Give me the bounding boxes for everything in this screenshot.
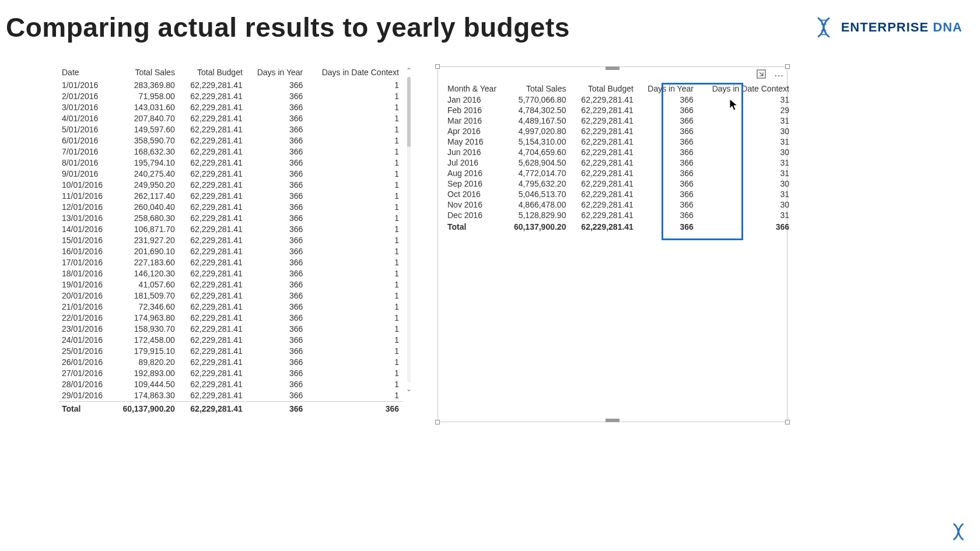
table-cell[interactable]: 5,128,829.90 <box>502 210 569 220</box>
table-cell[interactable]: 22/01/2016 <box>58 313 111 324</box>
column-header[interactable]: Date <box>58 66 111 79</box>
drag-handle[interactable] <box>606 419 620 422</box>
table-cell[interactable]: 62,229,281.41 <box>178 346 246 357</box>
table-cell[interactable]: 62,229,281.41 <box>178 124 246 135</box>
monthly-table[interactable]: Month & YearTotal SalesTotal BudgetDays … <box>444 83 793 232</box>
table-row[interactable]: Mar 20164,489,167.5062,229,281.4136631 <box>444 115 793 126</box>
table-cell[interactable]: 12/01/2016 <box>58 202 111 213</box>
table-cell[interactable]: 366 <box>637 168 697 178</box>
table-row[interactable]: 16/01/2016201,690.1062,229,281.413661 <box>58 246 402 257</box>
table-row[interactable]: 25/01/2016179,915.1062,229,281.413661 <box>58 346 402 357</box>
table-cell[interactable]: 4,784,302.50 <box>502 105 569 115</box>
table-cell[interactable]: 1 <box>306 102 402 113</box>
table-cell[interactable]: 62,229,281.41 <box>178 246 246 257</box>
table-cell[interactable]: 1 <box>306 169 402 180</box>
table-row[interactable]: 21/01/201672,346.6062,229,281.413661 <box>58 301 402 313</box>
table-cell[interactable]: Sep 2016 <box>444 178 502 189</box>
table-cell[interactable]: 366 <box>637 115 697 126</box>
table-row[interactable]: Nov 20164,866,478.0062,229,281.4136630 <box>444 199 793 210</box>
table-cell[interactable]: 366 <box>246 235 306 246</box>
table-row[interactable]: Jun 20164,704,659.6062,229,281.4136630 <box>444 147 793 157</box>
table-cell[interactable]: 5,154,310.00 <box>502 136 569 147</box>
table-cell[interactable]: 260,040.40 <box>111 202 178 213</box>
table-cell[interactable]: 366 <box>637 105 697 115</box>
table-cell[interactable]: 1 <box>306 180 402 191</box>
table-cell[interactable]: 366 <box>637 94 697 105</box>
table-cell[interactable]: 31 <box>697 94 793 105</box>
table-cell[interactable]: 366 <box>246 268 306 279</box>
table-cell[interactable]: 1 <box>306 157 402 169</box>
table-row[interactable]: 27/01/2016192,893.0062,229,281.413661 <box>58 368 402 379</box>
table-row[interactable]: Apr 20164,997,020.8062,229,281.4136630 <box>444 126 793 136</box>
table-cell[interactable]: 158,930.70 <box>111 324 178 335</box>
table-cell[interactable]: 366 <box>246 224 306 235</box>
table-cell[interactable]: 62,229,281.41 <box>178 213 246 224</box>
table-cell[interactable]: 366 <box>246 335 306 346</box>
table-cell[interactable]: 1 <box>306 346 402 357</box>
table-row[interactable]: 8/01/2016195,794.1062,229,281.413661 <box>58 157 402 169</box>
table-cell[interactable]: 62,229,281.41 <box>178 324 246 335</box>
daily-table-visual[interactable]: DateTotal SalesTotal BudgetDays in YearD… <box>58 66 402 405</box>
table-cell[interactable]: 366 <box>246 169 306 180</box>
table-row[interactable]: 24/01/2016172,458.0062,229,281.413661 <box>58 335 402 346</box>
table-cell[interactable]: 366 <box>246 157 306 169</box>
table-cell[interactable]: 4,795,632.20 <box>502 178 569 189</box>
table-cell[interactable]: 258,680.30 <box>111 213 178 224</box>
table-cell[interactable]: 30 <box>697 126 793 136</box>
table-cell[interactable]: 62,229,281.41 <box>569 115 636 126</box>
table-cell[interactable]: 4,772,014.70 <box>502 168 569 178</box>
table-cell[interactable]: 1 <box>306 91 402 102</box>
table-cell[interactable]: 201,690.10 <box>111 246 178 257</box>
table-cell[interactable]: 366 <box>246 213 306 224</box>
table-cell[interactable]: 1 <box>306 268 402 279</box>
table-row[interactable]: Jul 20165,628,904.5062,229,281.4136631 <box>444 157 793 168</box>
table-row[interactable]: 20/01/2016181,509.7062,229,281.413661 <box>58 290 402 301</box>
table-cell[interactable]: 31 <box>697 168 793 178</box>
table-row[interactable]: 3/01/2016143,031.6062,229,281.413661 <box>58 102 402 113</box>
table-cell[interactable]: 62,229,281.41 <box>178 169 246 180</box>
table-row[interactable]: May 20165,154,310.0062,229,281.4136631 <box>444 136 793 147</box>
table-cell[interactable]: 143,031.60 <box>111 102 178 113</box>
table-cell[interactable]: 366 <box>246 279 306 290</box>
table-cell[interactable]: 249,950.20 <box>111 180 178 191</box>
scrollbar[interactable]: ⌃ ⌄ <box>405 66 413 393</box>
table-row[interactable]: Oct 20165,046,513.7062,229,281.4136631 <box>444 189 793 199</box>
table-cell[interactable]: 62,229,281.41 <box>178 357 246 368</box>
table-cell[interactable]: Aug 2016 <box>444 168 502 178</box>
table-cell[interactable]: 3/01/2016 <box>58 102 111 113</box>
more-options-icon[interactable]: ⋯ <box>774 70 783 81</box>
table-cell[interactable]: 18/01/2016 <box>58 268 111 279</box>
table-row[interactable]: 22/01/2016174,963.8062,229,281.413661 <box>58 313 402 324</box>
table-cell[interactable]: 168,632.30 <box>111 146 178 157</box>
table-cell[interactable]: 366 <box>246 146 306 157</box>
table-cell[interactable]: 62,229,281.41 <box>178 135 246 146</box>
table-cell[interactable]: 231,927.20 <box>111 235 178 246</box>
table-cell[interactable]: Mar 2016 <box>444 115 502 126</box>
selection-handle[interactable] <box>435 420 440 424</box>
table-cell[interactable]: 1 <box>306 357 402 368</box>
table-cell[interactable]: 62,229,281.41 <box>178 113 246 124</box>
table-cell[interactable]: 62,229,281.41 <box>569 147 636 157</box>
table-row[interactable]: 6/01/2016358,590.7062,229,281.413661 <box>58 135 402 146</box>
table-cell[interactable]: 1 <box>306 202 402 213</box>
table-cell[interactable]: 15/01/2016 <box>58 235 111 246</box>
table-cell[interactable]: 72,346.60 <box>111 301 178 313</box>
table-cell[interactable]: 366 <box>246 368 306 379</box>
column-header[interactable]: Total Sales <box>111 66 178 79</box>
table-cell[interactable]: 1 <box>306 146 402 157</box>
table-cell[interactable]: 109,444.50 <box>111 379 178 390</box>
table-cell[interactable]: 31 <box>697 115 793 126</box>
table-cell[interactable]: 366 <box>637 199 697 210</box>
table-cell[interactable]: 1 <box>306 368 402 379</box>
table-cell[interactable]: 366 <box>637 189 697 199</box>
table-cell[interactable]: 31 <box>697 210 793 220</box>
table-row[interactable]: 13/01/2016258,680.3062,229,281.413661 <box>58 213 402 224</box>
table-row[interactable]: Jan 20165,770,066.8062,229,281.4136631 <box>444 94 793 105</box>
table-cell[interactable]: 21/01/2016 <box>58 301 111 313</box>
table-cell[interactable]: Jun 2016 <box>444 147 502 157</box>
table-cell[interactable]: 31 <box>697 189 793 199</box>
table-cell[interactable]: 4/01/2016 <box>58 113 111 124</box>
table-cell[interactable]: 240,275.40 <box>111 169 178 180</box>
table-cell[interactable]: 62,229,281.41 <box>569 94 636 105</box>
table-cell[interactable]: 283,369.80 <box>111 79 178 91</box>
